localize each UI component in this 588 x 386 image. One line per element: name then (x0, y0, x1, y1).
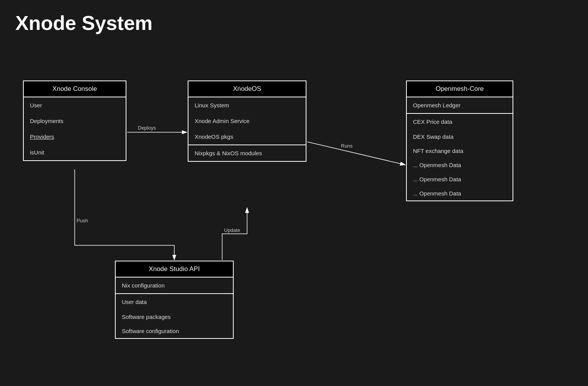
xnode-studio-box: Xnode Studio API Nix configuration User … (115, 261, 234, 339)
xnodeos-box: XnodeOS Linux System Xnode Admin Service… (188, 80, 306, 162)
openmesh-item-data3: ... Openmesh Data (407, 186, 513, 200)
openmesh-core-box: Openmesh-Core Openmesh Ledger CEX Price … (406, 80, 513, 201)
openmesh-item-nft: NFT exchange data (407, 144, 513, 158)
xnodeos-item-pkgs: XnodeOS pkgs (188, 129, 306, 145)
openmesh-item-ledger: Openmesh Ledger (407, 97, 513, 113)
xnodeos-body: Linux System Xnode Admin Service XnodeOS… (188, 97, 306, 161)
openmesh-item-data2: ... Openmesh Data (407, 172, 513, 186)
console-item-deployments: Deployments (24, 113, 126, 129)
xnode-studio-header: Xnode Studio API (116, 261, 233, 278)
runs-label: Runs (341, 143, 353, 149)
update-arrow (222, 208, 247, 260)
studio-item-userdata: User data (116, 293, 233, 310)
openmesh-core-body: Openmesh Ledger CEX Price data DEX Swap … (407, 97, 513, 200)
xnode-console-header: Xnode Console (24, 81, 126, 97)
xnodeos-item-admin: Xnode Admin Service (188, 113, 306, 129)
page-title: Xnode System (0, 0, 588, 57)
console-item-providers: Providers (24, 129, 126, 145)
runs-arrow (307, 142, 405, 165)
xnode-studio-body: Nix configuration User data Software pac… (116, 278, 233, 338)
diagram-container: Xnode Console User Deployments Providers… (0, 57, 588, 386)
update-label: Update (224, 227, 240, 233)
xnode-console-body: User Deployments Providers isUnit (24, 97, 126, 160)
studio-item-software-config: Software configuration (116, 324, 233, 338)
push-label: Push (77, 218, 88, 223)
console-item-user: User (24, 97, 126, 113)
deploys-label: Deploys (138, 125, 156, 131)
console-item-isunit: isUnit (24, 145, 126, 160)
push-arrow (75, 169, 174, 260)
openmesh-core-header: Openmesh-Core (407, 81, 513, 97)
studio-item-nix: Nix configuration (116, 278, 233, 293)
openmesh-item-data1: ... Openmesh Data (407, 158, 513, 172)
xnodeos-section-nixpkgs: Nixpkgs & NixOS modules (188, 145, 306, 161)
studio-item-software-pkgs: Software packages (116, 310, 233, 324)
openmesh-item-dex: DEX Swap data (407, 130, 513, 144)
xnodeos-header: XnodeOS (188, 81, 306, 97)
openmesh-item-cex: CEX Price data (407, 113, 513, 130)
xnode-console-box: Xnode Console User Deployments Providers… (23, 80, 126, 161)
xnodeos-item-linux: Linux System (188, 97, 306, 113)
